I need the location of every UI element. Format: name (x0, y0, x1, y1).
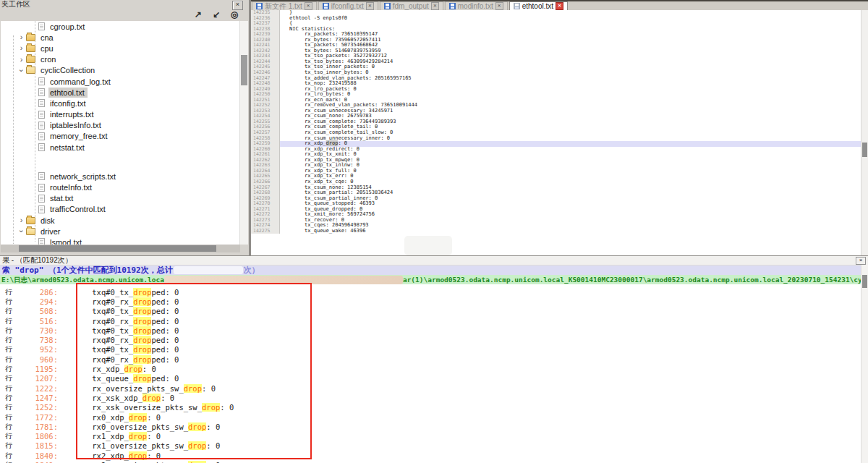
tree-item-stat.txt[interactable]: stat.txt (1, 193, 240, 204)
tab-fdm_output[interactable]: fdm_output× (380, 1, 443, 10)
match-line-number: 1781: (16, 422, 58, 431)
line-label: 行 (5, 306, 16, 316)
tree-item-interrupts.txt[interactable]: interrupts.txt (1, 109, 240, 120)
results-close-icon[interactable]: × (856, 257, 866, 265)
tree-vertical-scrollbar[interactable] (239, 21, 248, 245)
match-row-line-1772[interactable]: 行1772: rx0_xdp_drop: 0 (0, 412, 861, 422)
tree-item-routeInfo.txt[interactable]: routeInfo.txt (1, 182, 240, 192)
tree-item-driver[interactable]: ›driver (1, 226, 240, 237)
save-icon (256, 3, 263, 9)
tree-collapse-arrow-icon[interactable]: › (17, 226, 26, 236)
line-text: rx_csum_unnecessary_inner: 0 (280, 136, 861, 142)
tree-item-ethtool.txt[interactable]: ethtool.txt (1, 87, 240, 98)
tree-item-lsmod.txt[interactable]: lsmod.txt (1, 237, 240, 245)
match-row-line-508[interactable]: 行508: txq#0_tx_dropped: 0 (0, 307, 861, 316)
line-label: 行 (5, 354, 16, 365)
match-row-line-1247[interactable]: 行1247: rx_xsk_xdp_drop: 0 (0, 393, 861, 402)
tree-expand-arrow-icon[interactable]: › (17, 43, 26, 53)
match-row-line-1252[interactable]: 行1252: rx_xsk_oversize_pkts_sw_drop: 0 (0, 403, 861, 412)
editor-vertical-scrollbar[interactable] (861, 10, 868, 255)
maximize-panel-icon[interactable]: ↗ (192, 10, 204, 20)
editor-text-area[interactable]: 142235}142236ethtool -S enp1s0f0142237{1… (251, 10, 861, 251)
match-row-line-730[interactable]: 行730: txq#0_tx_dropped: 0 (0, 326, 861, 335)
match-row-line-1195[interactable]: 行1195: rx_xdp_drop: 0 (0, 364, 861, 373)
match-row-line-738[interactable]: 行738: rxq#0_rx_dropped: 0 (0, 335, 861, 344)
tab--1.txt[interactable]: 新文件 1.txt× (252, 1, 317, 10)
tree-item-cyclicCollection[interactable]: ›cyclicCollection (1, 65, 240, 76)
folder-icon (26, 67, 35, 74)
tree-scrollbar-thumb[interactable] (19, 245, 216, 252)
results-vertical-scrollbar[interactable] (861, 265, 868, 463)
match-line-number: 516: (16, 317, 58, 326)
results-header: 果 - （匹配10192次） × (0, 256, 868, 266)
match-row-line-960[interactable]: 行960: rxq#0_rx_dropped: 0 (0, 354, 861, 364)
restore-panel-icon[interactable]: ↙ (210, 10, 222, 20)
matched-file-path-line[interactable]: E:\日志\armod0523.odata.ncmp.unicom.loca a… (0, 275, 861, 284)
tree-expand-arrow-icon[interactable]: › (17, 33, 26, 42)
file-icon (38, 122, 45, 129)
results-scrollbar-thumb[interactable] (862, 275, 867, 288)
tab-ethtool.txt[interactable]: ethtool.txt× (509, 1, 568, 10)
match-text: rx1_xdp_drop: 0 (74, 432, 161, 441)
search-results-panel: 果 - （匹配10192次） × 索 "drop" （1个文件中匹配到10192… (0, 255, 868, 463)
workspace-toolbar: ↗ ↙ ◎ (192, 10, 240, 20)
match-row-line-1781[interactable]: 行1781: rx0_oversize_pkts_sw_drop: 0 (0, 422, 861, 431)
file-tree: cgroup.txt›cna›cpu›cron›cyclicCollection… (1, 21, 240, 245)
match-row-line-1849[interactable]: 行1849: rx2_oversize_pkts_sw_drop: 0 (0, 460, 861, 463)
match-row-line-1806[interactable]: 行1806: rx1_xdp_drop: 0 (0, 431, 861, 441)
tree-item-cna[interactable]: ›cna (1, 32, 240, 43)
tree-item-disk[interactable]: ›disk (1, 215, 240, 226)
tab-close-icon[interactable]: × (556, 2, 563, 10)
tab-close-icon[interactable]: × (366, 2, 374, 10)
file-path-suffix: ar(1)\armod0523.odata.ncmp.unicom.local_… (403, 275, 861, 284)
tab-label: 新文件 1.txt (265, 2, 302, 11)
match-highlight: drop (133, 336, 151, 344)
match-row-line-516[interactable]: 行516: rxq#0_rx_dropped: 0 (0, 316, 861, 326)
line-label: 行 (5, 364, 16, 374)
tab-ifconfig.txt[interactable]: ifconfig.txt× (318, 1, 378, 10)
match-row-line-286[interactable]: 行286: txq#0_tx_dropped: 0 (0, 287, 861, 297)
tree-item-trafficControl.txt[interactable]: trafficControl.txt (1, 204, 240, 215)
redaction-blur (174, 266, 243, 274)
match-row-line-1815[interactable]: 行1815: rx1_oversize_pkts_sw_drop: 0 (0, 441, 861, 451)
tree-item-cpu[interactable]: ›cpu (1, 43, 240, 54)
tree-item-cron[interactable]: ›cron (1, 54, 240, 65)
match-row-line-1840[interactable]: 行1840: rx2_xdp_drop: 0 (0, 451, 861, 460)
line-label: 行 (5, 344, 16, 354)
match-row-line-1207[interactable]: 行1207: tx_queue_dropped: 0 (0, 374, 861, 383)
match-row-line-294[interactable]: 行294: rxq#0_rx_dropped: 0 (0, 297, 861, 306)
line-text: rx_xdp_redirect: 0 (280, 147, 861, 153)
tree-item-label: ifconfig.txt (48, 98, 89, 109)
tab-close-icon[interactable]: × (305, 2, 312, 10)
tree-expand-arrow-icon[interactable]: › (17, 55, 26, 64)
tree-item-memory_free.txt[interactable]: memory_free.txt (1, 131, 240, 142)
match-highlight: drop (188, 441, 206, 450)
match-row-line-1222[interactable]: 行1222: rx_oversize_pkts_sw_drop: 0 (0, 383, 861, 393)
locate-file-icon[interactable]: ◎ (229, 10, 240, 20)
tab-modinfo.txt[interactable]: modinfo.txt× (445, 1, 508, 10)
tree-item-label: cron (39, 54, 59, 64)
tree-item-network_scripts.txt[interactable]: network_scripts.txt (1, 171, 240, 182)
tab-close-icon[interactable]: × (495, 2, 503, 10)
match-line-number: 294: (16, 297, 58, 306)
tree-item-iptablesInfo.txt[interactable]: iptablesInfo.txt (1, 120, 240, 131)
tree-scrollbar-thumb[interactable] (241, 55, 247, 85)
tab-label: ifconfig.txt (331, 2, 364, 11)
match-text: rxq#0_rx_dropped: 0 (74, 336, 179, 344)
match-row-line-952[interactable]: 行952: txq#0_tx_dropped: 0 (0, 345, 861, 354)
match-text: rx_xsk_xdp_drop: 0 (74, 394, 174, 402)
line-label: 行 (5, 316, 16, 326)
tree-item-cgroup.txt[interactable]: cgroup.txt (1, 21, 240, 32)
tab-close-icon[interactable]: × (431, 2, 439, 10)
tree-item-command_log.txt[interactable]: command_log.txt (1, 76, 240, 87)
editor-scrollbar-thumb[interactable] (862, 143, 867, 157)
tree-item-label: network_scripts.txt (48, 171, 119, 182)
tree-item-label: cpu (39, 43, 56, 54)
file-icon (38, 238, 45, 245)
tree-horizontal-scrollbar[interactable] (1, 245, 240, 252)
tree-expand-arrow-icon[interactable]: › (17, 216, 26, 225)
tree-item-ifconfig.txt[interactable]: ifconfig.txt (1, 98, 240, 109)
tree-item-netstat.txt[interactable]: netstat.txt (1, 142, 240, 153)
tree-collapse-arrow-icon[interactable]: › (17, 66, 26, 75)
save-icon (323, 3, 329, 9)
